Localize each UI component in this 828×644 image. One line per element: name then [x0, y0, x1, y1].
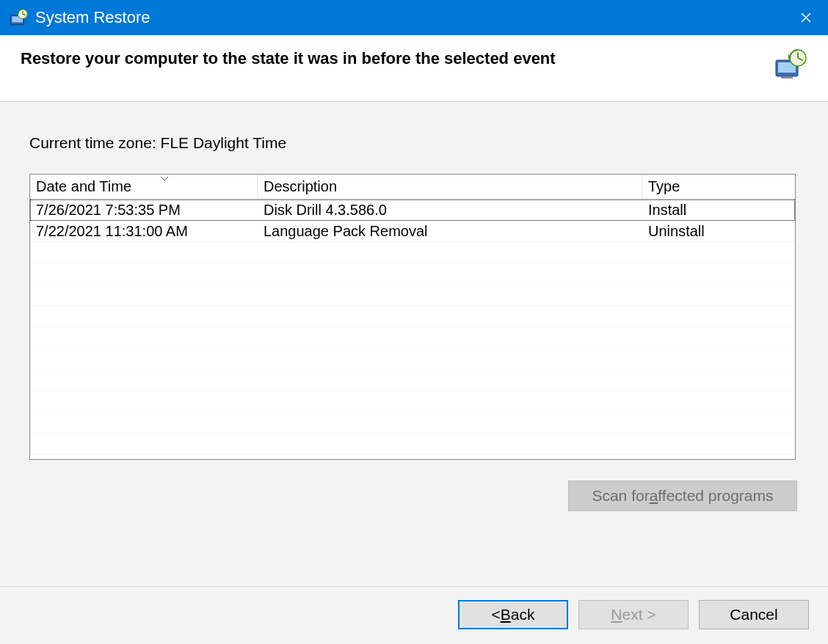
titlebar: System Restore [0, 0, 828, 35]
column-header-label: Date and Time [36, 178, 131, 194]
table-row-empty [30, 327, 795, 348]
button-label-prefix: Scan for [592, 487, 649, 505]
button-label-prefix: < [492, 606, 501, 623]
cancel-button[interactable]: Cancel [699, 600, 809, 629]
table-row-empty [30, 285, 795, 306]
scan-affected-programs-button: Scan for affected programs [568, 480, 797, 511]
sort-indicator-icon [160, 175, 169, 183]
system-restore-icon [9, 7, 29, 28]
button-label-accel: B [501, 606, 511, 623]
close-icon [801, 12, 811, 23]
column-header-label: Type [648, 178, 680, 194]
table-header: Date and Time Description Type [30, 175, 795, 200]
button-label-accel: N [611, 606, 622, 623]
cell-description: Disk Drill 4.3.586.0 [258, 200, 642, 220]
button-label-accel: a [650, 487, 658, 505]
column-header-description[interactable]: Description [258, 175, 642, 199]
close-button[interactable] [784, 0, 828, 35]
timezone-label: Current time zone: FLE Daylight Time [29, 134, 799, 152]
restore-points-table: Date and Time Description Type 7/26/2021… [29, 174, 796, 460]
page-header: Restore your computer to the state it wa… [0, 35, 828, 102]
next-button: Next > [578, 600, 689, 629]
table-row[interactable]: 7/26/2021 7:53:35 PM Disk Drill 4.3.586.… [30, 200, 795, 221]
button-label-suffix: ext > [622, 606, 656, 623]
table-row-empty [30, 412, 795, 433]
table-row[interactable]: 7/22/2021 11:31:00 AM Language Pack Remo… [30, 221, 795, 242]
cell-date: 7/22/2021 11:31:00 AM [30, 222, 258, 241]
back-button[interactable]: < Back [458, 600, 568, 629]
table-row-empty [30, 433, 795, 455]
table-row-empty [30, 263, 795, 285]
cell-type: Uninstall [642, 222, 795, 241]
svg-rect-8 [781, 76, 793, 78]
table-body: 7/26/2021 7:53:35 PM Disk Drill 4.3.586.… [30, 200, 795, 455]
column-header-type[interactable]: Type [642, 175, 795, 199]
button-label: Cancel [730, 606, 777, 623]
table-row-empty [30, 348, 795, 370]
page-heading: Restore your computer to the state it wa… [21, 48, 556, 70]
system-restore-header-icon [774, 48, 807, 79]
column-header-label: Description [264, 178, 337, 194]
cell-type: Install [642, 200, 795, 220]
wizard-footer: < Back Next > Cancel [0, 586, 828, 644]
cell-description: Language Pack Removal [258, 222, 642, 241]
body-area: Current time zone: FLE Daylight Time Dat… [0, 102, 828, 511]
scan-button-row: Scan for affected programs [29, 480, 799, 511]
column-header-date[interactable]: Date and Time [30, 175, 258, 199]
table-row-empty [30, 242, 795, 263]
table-row-empty [30, 306, 795, 327]
button-label-suffix: ffected programs [658, 487, 773, 505]
cell-date: 7/26/2021 7:53:35 PM [30, 200, 258, 220]
table-row-empty [30, 391, 795, 412]
button-label-suffix: ack [511, 606, 535, 623]
window-title: System Restore [35, 8, 784, 27]
table-row-empty [30, 370, 795, 391]
